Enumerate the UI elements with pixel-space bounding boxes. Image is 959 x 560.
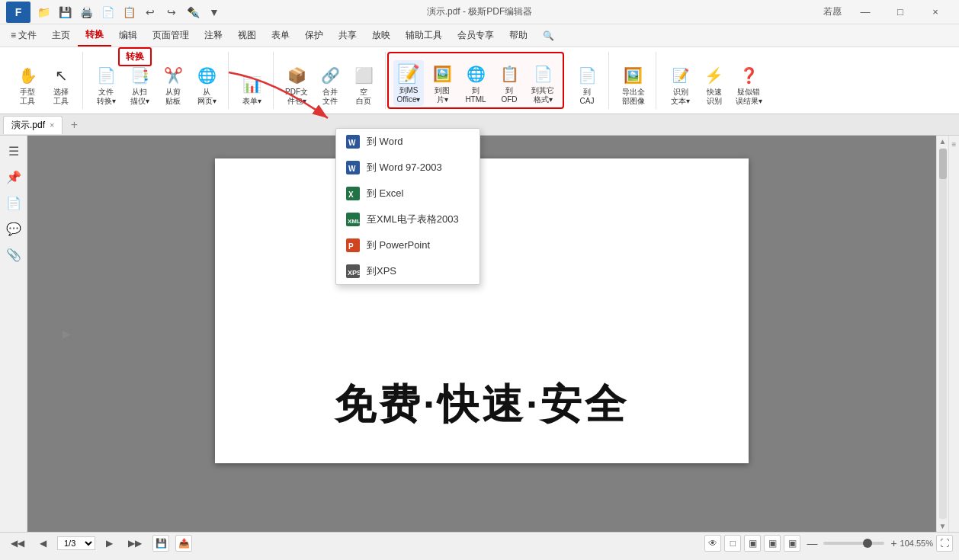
sidebar-page-icon[interactable]: 📄 bbox=[3, 192, 24, 213]
zoom-in-button[interactable]: + bbox=[890, 537, 896, 549]
sidebar-comment-icon[interactable]: 💬 bbox=[3, 218, 24, 239]
first-page-button[interactable]: ◀◀ bbox=[6, 536, 29, 550]
sidebar-nav-icon[interactable]: ☰ bbox=[3, 140, 24, 162]
pen-icon[interactable]: ✒️ bbox=[184, 4, 201, 21]
print-icon[interactable]: 🖨️ bbox=[78, 4, 95, 21]
web-button[interactable]: 🌐 从网页▾ bbox=[191, 62, 222, 107]
next-page-button[interactable]: ▶ bbox=[101, 536, 117, 550]
to-xps-label: 到XPS bbox=[367, 264, 396, 278]
single-page-icon[interactable]: □ bbox=[724, 535, 741, 552]
close-button[interactable]: × bbox=[918, 0, 953, 24]
save-icon[interactable]: 💾 bbox=[56, 4, 73, 21]
table-button[interactable]: 📊 表单▾ bbox=[236, 71, 267, 107]
menu-present[interactable]: 放映 bbox=[364, 24, 398, 46]
menu-page-manage[interactable]: 页面管理 bbox=[145, 24, 197, 46]
clipboard-button[interactable]: ✂️ 从剪贴板 bbox=[158, 62, 188, 107]
to-html-button[interactable]: 🌐 到HTML bbox=[460, 60, 491, 106]
error-results-button[interactable]: ❓ 疑似错误结果▾ bbox=[733, 62, 765, 107]
menu-member[interactable]: 会员专享 bbox=[450, 24, 502, 46]
title-bar: F 📁 💾 🖨️ 📄 📋 ↩ ↪ ✒️ ▼ 演示.pdf - 极斯PDF编辑器 … bbox=[0, 0, 959, 24]
ms-office-dropdown: W 到 Word W 到 Word 97-2003 X 到 Excel XML bbox=[335, 136, 480, 285]
select-tool-button[interactable]: ↖ 选择工具 bbox=[46, 62, 76, 107]
export-image-icon: 🖼️ bbox=[621, 63, 646, 88]
to-word97-item[interactable]: W 到 Word 97-2003 bbox=[336, 155, 480, 181]
quick-ocr-button[interactable]: ⚡ 快速识别 bbox=[699, 62, 730, 107]
dual-page-icon[interactable]: ▣ bbox=[744, 535, 761, 552]
file-tab-demo[interactable]: 演示.pdf × bbox=[3, 116, 63, 134]
menu-form[interactable]: 表单 bbox=[264, 24, 297, 46]
zoom-out-button[interactable]: — bbox=[807, 537, 817, 549]
pdf-package-button[interactable]: 📦 PDF文件包▾ bbox=[281, 62, 312, 107]
hand-icon: ✋ bbox=[15, 63, 40, 88]
menu-view[interactable]: 视图 bbox=[230, 24, 264, 46]
user-label: 若愿 bbox=[823, 5, 842, 18]
save-page-icon[interactable]: 💾 bbox=[152, 535, 169, 552]
ribbon-group-file: 📄 文件转换▾ 📑 从扫描仪▾ ✂️ 从剪贴板 🌐 从网页▾ bbox=[85, 52, 229, 109]
zoom-slider[interactable] bbox=[823, 542, 884, 545]
to-excel-item[interactable]: X 到 Excel bbox=[336, 181, 480, 206]
to-xps-item[interactable]: XPS 到XPS bbox=[336, 258, 480, 284]
eye-icon[interactable]: 👁 bbox=[704, 535, 721, 552]
clipboard-label: 从剪贴板 bbox=[165, 88, 181, 106]
to-powerpoint-item[interactable]: P 到 PowerPoint bbox=[336, 232, 480, 258]
dropdown-arrow-icon[interactable]: ▼ bbox=[206, 4, 223, 21]
web-label: 从网页▾ bbox=[197, 88, 216, 106]
merge-button[interactable]: 🔗 合并文件 bbox=[315, 62, 345, 107]
page-expand-arrow[interactable]: ▶ bbox=[63, 328, 71, 340]
scroll-down-button[interactable]: ▼ bbox=[938, 520, 948, 532]
arrow-overlay bbox=[213, 136, 351, 141]
redo-icon[interactable]: ↪ bbox=[163, 4, 180, 21]
page-select[interactable]: 1/3 2/3 3/3 bbox=[57, 536, 95, 550]
last-page-button[interactable]: ▶▶ bbox=[123, 536, 146, 550]
menu-protect[interactable]: 保护 bbox=[297, 24, 331, 46]
to-msoffice-button[interactable]: 📝 到MSOffice▾ bbox=[393, 60, 424, 106]
close-tab-icon[interactable]: × bbox=[50, 120, 54, 130]
cursor-icon: ↖ bbox=[49, 63, 73, 88]
add-tab-button[interactable]: + bbox=[66, 117, 82, 133]
menu-share[interactable]: 共享 bbox=[331, 24, 364, 46]
to-xml-item[interactable]: XML 至XML电子表格2003 bbox=[336, 206, 480, 232]
undo-icon[interactable]: ↩ bbox=[142, 4, 159, 21]
minimize-button[interactable]: — bbox=[848, 0, 883, 24]
menu-assist[interactable]: 辅助工具 bbox=[398, 24, 450, 46]
to-caj-button[interactable]: 📄 到CAJ bbox=[572, 62, 602, 107]
excel-icon: X bbox=[345, 186, 361, 201]
sidebar-bookmark-icon[interactable]: 📌 bbox=[3, 166, 24, 187]
ribbon-group-table-items: 📊 表单▾ bbox=[236, 53, 267, 107]
document-area: ▶ 免费·快速·安全 W 到 Word W 到 Word 97-2003 X bbox=[27, 136, 936, 532]
to-other-button[interactable]: 📄 到其它格式▾ bbox=[528, 60, 558, 106]
export-image-button[interactable]: 🖼️ 导出全部图像 bbox=[618, 62, 649, 107]
fullscreen-icon[interactable]: ⛶ bbox=[936, 535, 953, 552]
file-convert-button[interactable]: 📄 文件转换▾ bbox=[91, 62, 121, 107]
scan-button[interactable]: 📑 从扫描仪▾ bbox=[124, 62, 155, 107]
menu-file[interactable]: ≡ 文件 bbox=[3, 24, 44, 46]
zoom-thumb[interactable] bbox=[863, 539, 872, 548]
menu-annotate[interactable]: 注释 bbox=[197, 24, 230, 46]
sidebar-attach-icon[interactable]: 📎 bbox=[3, 244, 24, 265]
pdf-package-label: PDF文件包▾ bbox=[285, 88, 308, 106]
search-button[interactable]: 🔍 bbox=[535, 24, 562, 46]
blank-page-button[interactable]: ⬜ 空白页 bbox=[348, 62, 379, 107]
ocr-text-button[interactable]: 📝 识别文本▾ bbox=[666, 62, 696, 107]
svg-text:P: P bbox=[348, 242, 354, 251]
to-word-item[interactable]: W 到 Word bbox=[336, 136, 480, 155]
prev-page-button[interactable]: ◀ bbox=[35, 536, 51, 550]
menu-edit[interactable]: 编辑 bbox=[111, 24, 145, 46]
right-panel-toggle[interactable]: ≡ bbox=[948, 136, 959, 532]
fit-width-icon[interactable]: ▣ bbox=[784, 535, 800, 552]
hand-tool-button[interactable]: ✋ 手型工具 bbox=[12, 62, 43, 107]
to-ofd-button[interactable]: 📋 到OFD bbox=[494, 60, 524, 106]
to-image-button[interactable]: 🖼️ 到图片▾ bbox=[427, 60, 457, 106]
menu-help[interactable]: 帮助 bbox=[502, 24, 535, 46]
copy-icon[interactable]: 📋 bbox=[120, 4, 137, 21]
menu-home[interactable]: 主页 bbox=[44, 24, 78, 46]
new-doc-icon[interactable]: 📄 bbox=[99, 4, 116, 21]
maximize-button[interactable]: □ bbox=[883, 0, 918, 24]
scroll-up-button[interactable]: ▲ bbox=[938, 136, 948, 147]
share-icon[interactable]: 📤 bbox=[175, 535, 192, 552]
scroll-thumb[interactable] bbox=[939, 149, 947, 179]
ocr-text-icon: 📝 bbox=[669, 63, 693, 88]
open-icon[interactable]: 📁 bbox=[35, 4, 52, 21]
scroll-view-icon[interactable]: ▣ bbox=[764, 535, 781, 552]
menu-convert[interactable]: 转换 bbox=[78, 24, 111, 46]
